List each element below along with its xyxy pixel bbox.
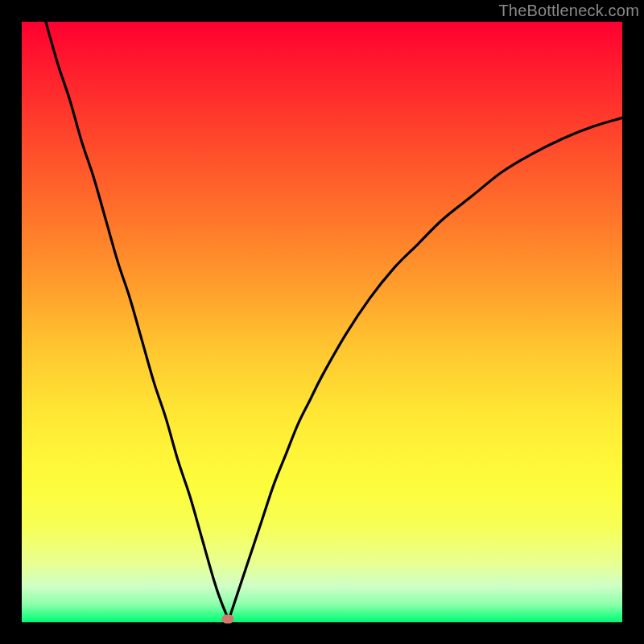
chart-frame: TheBottleneck.com (0, 0, 644, 644)
watermark-text: TheBottleneck.com (498, 2, 639, 20)
optimal-point-marker (221, 614, 233, 623)
plot-area (22, 22, 622, 622)
bottleneck-curve (22, 22, 622, 622)
